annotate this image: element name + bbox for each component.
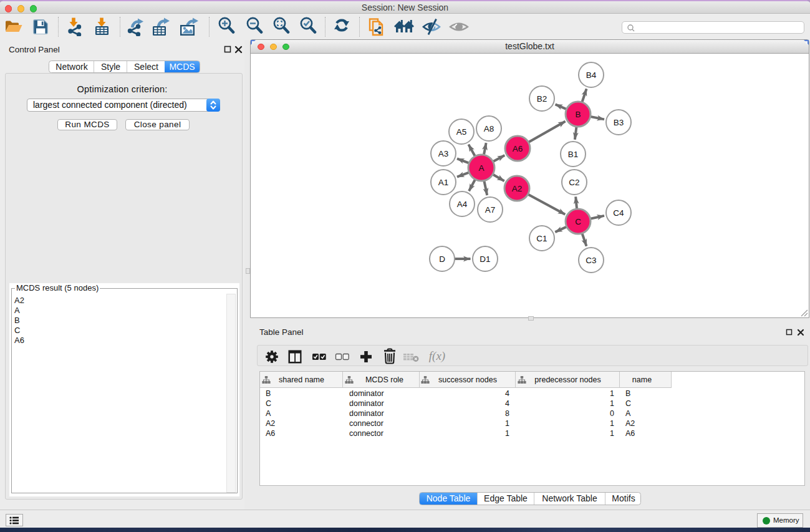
svg-text:B4: B4 — [586, 70, 597, 80]
svg-text:B1: B1 — [568, 150, 579, 159]
svg-text:C2: C2 — [569, 178, 579, 187]
svg-text:A: A — [478, 163, 484, 173]
svg-text:A7: A7 — [485, 205, 496, 215]
svg-text:A1: A1 — [438, 178, 449, 187]
svg-text:A4: A4 — [457, 200, 468, 209]
svg-text:D1: D1 — [480, 254, 490, 264]
svg-text:D: D — [439, 254, 445, 264]
svg-text:B2: B2 — [537, 94, 547, 104]
svg-text:B: B — [575, 110, 581, 119]
svg-text:A8: A8 — [484, 124, 494, 133]
svg-text:B3: B3 — [614, 118, 624, 127]
svg-text:A6: A6 — [513, 144, 523, 153]
svg-text:C3: C3 — [586, 256, 596, 265]
svg-text:A5: A5 — [456, 127, 467, 137]
svg-text:C1: C1 — [536, 234, 547, 243]
svg-text:A3: A3 — [438, 149, 449, 158]
svg-text:C: C — [575, 217, 581, 226]
svg-text:A2: A2 — [512, 184, 523, 193]
svg-text:C4: C4 — [613, 208, 624, 218]
